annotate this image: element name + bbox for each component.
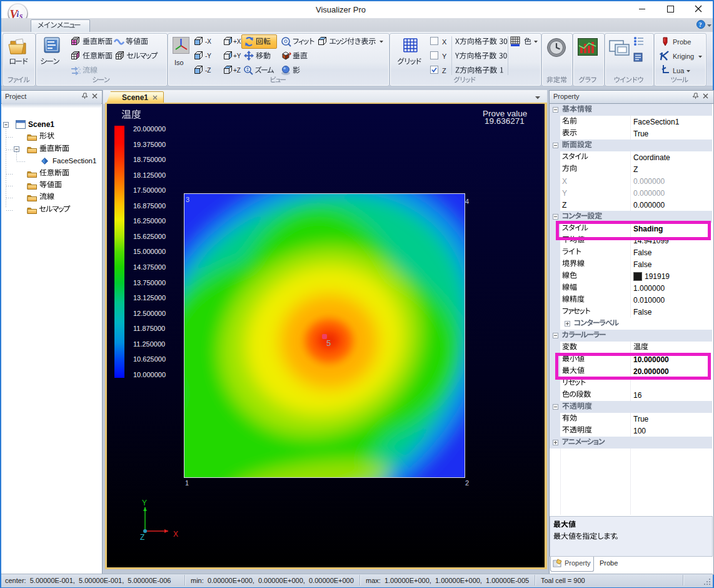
- svg-text:Z: Z: [140, 533, 144, 542]
- svg-text:X: X: [173, 530, 178, 539]
- svg-text:i: i: [17, 9, 19, 19]
- svg-text:Y: Y: [142, 499, 147, 507]
- svg-text:?: ?: [699, 21, 702, 28]
